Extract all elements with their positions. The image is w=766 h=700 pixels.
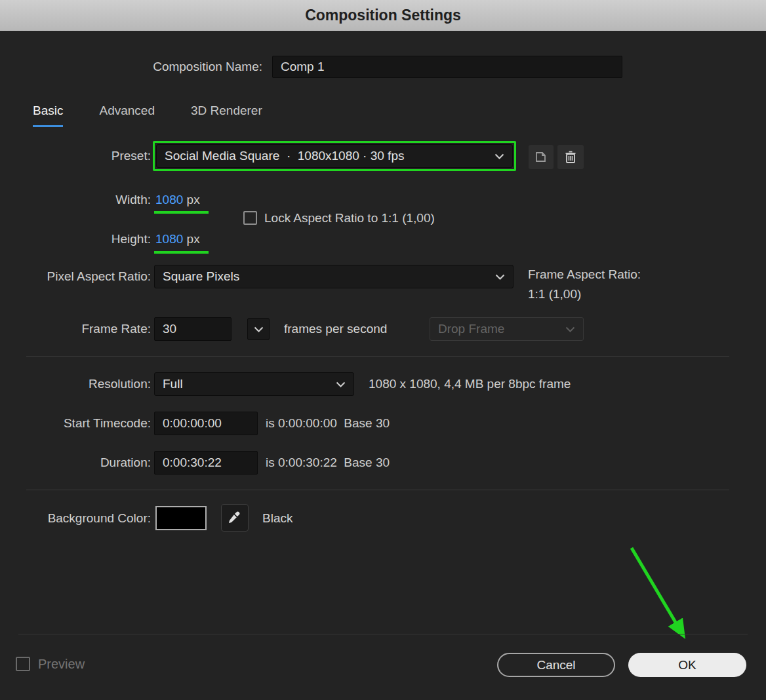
eyedropper-button[interactable]: [221, 504, 249, 532]
ok-button[interactable]: OK: [628, 653, 746, 677]
lock-aspect-label: Lock Aspect Ratio to 1:1 (1,00): [264, 210, 435, 226]
frame-rate-input[interactable]: [154, 317, 232, 341]
start-timecode-info: is 0:00:00:00 Base 30: [266, 412, 390, 435]
preview-label: Preview: [38, 656, 85, 672]
background-color-label: Background Color:: [0, 506, 151, 530]
eyedropper-icon: [227, 510, 243, 526]
green-arrow-annotation: [613, 539, 702, 649]
save-preset-button[interactable]: [529, 145, 554, 169]
frame-aspect-ratio-value: 1:1 (1,00): [528, 286, 581, 303]
height-label: Height:: [0, 228, 151, 250]
tab-advanced[interactable]: Advanced: [99, 104, 155, 127]
tab-bar: Basic Advanced 3D Renderer: [33, 104, 262, 127]
resolution-info: 1080 x 1080, 4,4 MB per 8bpc frame: [369, 372, 571, 396]
dialog-title: Composition Settings: [305, 7, 461, 24]
height-unit: px: [187, 232, 200, 246]
preview-checkbox[interactable]: [16, 657, 30, 671]
duration-label: Duration:: [0, 451, 151, 475]
annotation-preset-highlight: Social Media Square · 1080x1080 · 30 fps: [153, 141, 516, 171]
divider: [26, 490, 729, 490]
frame-rate-dropdown-button[interactable]: [247, 318, 270, 340]
composition-name-input[interactable]: [272, 56, 622, 78]
divider: [18, 634, 748, 634]
height-value[interactable]: 1080 px: [155, 228, 200, 250]
annotation-width-underline: [154, 211, 209, 214]
width-unit: px: [187, 193, 200, 206]
pixel-aspect-ratio-value: Square Pixels: [163, 269, 239, 284]
cancel-button[interactable]: Cancel: [497, 653, 615, 677]
pixel-aspect-ratio-dropdown[interactable]: Square Pixels: [154, 265, 514, 288]
tab-basic[interactable]: Basic: [33, 104, 63, 127]
duration-info: is 0:00:30:22 Base 30: [266, 451, 390, 475]
height-number[interactable]: 1080: [155, 232, 183, 246]
trash-icon: [564, 150, 577, 164]
width-label: Width:: [0, 189, 151, 211]
chevron-down-icon: [495, 274, 505, 280]
frame-rate-label: Frame Rate:: [0, 317, 151, 341]
composition-name-label: Composition Name:: [0, 56, 262, 78]
resolution-value: Full: [163, 377, 183, 391]
drop-frame-value: Drop Frame: [438, 322, 504, 336]
background-color-swatch[interactable]: [155, 506, 207, 530]
resolution-label: Resolution:: [0, 372, 151, 396]
tab-3d-renderer[interactable]: 3D Renderer: [191, 104, 262, 127]
lock-aspect-checkbox[interactable]: [243, 211, 257, 225]
chevron-down-icon: [494, 153, 504, 159]
width-value[interactable]: 1080 px: [155, 189, 200, 211]
frames-per-second-label: frames per second: [284, 317, 387, 341]
start-timecode-label: Start Timecode:: [0, 412, 151, 435]
annotation-height-underline: [154, 251, 209, 254]
dialog-title-bar: Composition Settings: [0, 0, 766, 31]
frame-aspect-ratio-label: Frame Aspect Ratio:: [528, 266, 641, 283]
divider: [26, 356, 729, 357]
preset-value: Social Media Square · 1080x1080 · 30 fps: [165, 149, 404, 163]
resolution-dropdown[interactable]: Full: [154, 372, 354, 396]
pixel-aspect-ratio-label: Pixel Aspect Ratio:: [0, 265, 151, 288]
preset-dropdown[interactable]: Social Media Square · 1080x1080 · 30 fps: [156, 144, 513, 168]
chevron-down-icon: [254, 326, 264, 332]
background-color-name: Black: [262, 506, 292, 530]
delete-preset-button[interactable]: [557, 145, 584, 169]
duration-input[interactable]: [154, 451, 258, 475]
chevron-down-icon: [565, 326, 575, 332]
start-timecode-input[interactable]: [154, 412, 258, 435]
save-preset-icon: [534, 151, 548, 163]
drop-frame-dropdown: Drop Frame: [430, 317, 584, 341]
chevron-down-icon: [336, 381, 346, 387]
width-number[interactable]: 1080: [155, 193, 183, 206]
preset-label: Preset:: [0, 144, 151, 168]
